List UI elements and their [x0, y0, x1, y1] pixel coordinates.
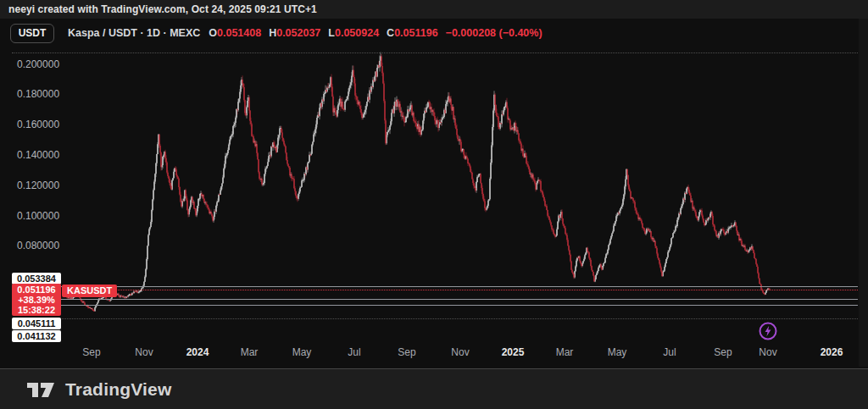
horizontal-price-line[interactable] — [12, 299, 858, 300]
price-tick-label: 0.160000 — [17, 118, 59, 131]
time-tick-label: 2025 — [502, 345, 525, 359]
horizontal-price-line[interactable] — [12, 286, 858, 287]
time-tick-label: 2026 — [821, 345, 843, 359]
current-price-label: 0.051196 +38.39% 15:38:22 — [12, 284, 61, 316]
horizontal-price-line[interactable] — [12, 318, 858, 319]
time-tick-label: Sep — [82, 345, 100, 359]
current-price-change-pct: +38.39% — [12, 295, 61, 305]
quote-currency-button[interactable]: USDT — [10, 24, 54, 43]
current-price-value: 0.051196 — [12, 285, 61, 295]
time-tick-label: Jul — [348, 345, 360, 359]
ohlc-readout: O0.051408H0.052037L0.050924C0.051196−0.0… — [209, 27, 542, 39]
time-tick-label: Nov — [451, 345, 469, 359]
symbol-title[interactable]: Kaspa / USDT · 1D · MEXC — [68, 27, 200, 39]
time-tick-label: Sep — [714, 345, 732, 359]
current-price-line[interactable] — [12, 290, 858, 290]
ohlc-item: L0.050924 — [328, 27, 379, 39]
time-tick-label: May — [608, 345, 627, 359]
price-tick-label: 0.100000 — [17, 209, 59, 223]
time-tick-label: May — [292, 345, 312, 359]
price-tick-label: 0.140000 — [17, 148, 59, 162]
symbol-row: USDT Kaspa / USDT · 1D · MEXC O0.051408H… — [10, 23, 542, 43]
price-tick-label: 0.080000 — [17, 239, 59, 252]
time-tick-label: 2024 — [186, 345, 209, 359]
ohlc-item: C0.051196 — [387, 27, 437, 39]
time-tick-label: Mar — [241, 345, 259, 359]
ticker-tag: KASUSDT — [62, 285, 117, 297]
horizontal-price-line[interactable] — [12, 305, 858, 306]
horizontal-price-line[interactable] — [12, 53, 858, 53]
time-tick-label: Jul — [663, 345, 676, 359]
tradingview-logo-icon — [25, 377, 58, 402]
ohlc-item: H0.052037 — [269, 27, 320, 39]
tradingview-brand-text: TradingView — [65, 379, 172, 400]
time-tick-label: Nov — [135, 345, 153, 359]
ohlc-item: O0.051408 — [209, 27, 261, 39]
change-readout: −0.000208 (−0.40%) — [446, 27, 542, 39]
price-tick-label: 0.120000 — [17, 179, 59, 192]
time-tick-label: Nov — [759, 345, 776, 359]
price-label-lower-1: 0.045111 — [12, 318, 61, 329]
lightning-bolt-icon — [758, 321, 778, 341]
time-tick-label: Mar — [556, 345, 574, 359]
candlestick-canvas[interactable] — [0, 0, 868, 409]
price-label-upper: 0.053384 — [12, 273, 61, 285]
footer-bar: TradingView — [0, 368, 868, 409]
lightning-marker-icon[interactable] — [758, 321, 778, 341]
bar-close-countdown: 15:38:22 — [12, 305, 61, 315]
price-label-lower-2: 0.041132 — [12, 330, 61, 342]
price-tick-label: 0.200000 — [17, 58, 59, 71]
price-tick-label: 0.180000 — [17, 87, 59, 101]
tradingview-logo[interactable] — [25, 377, 58, 402]
tradingview-snapshot: neeyi created with TradingView.com, Oct … — [0, 0, 868, 409]
time-tick-label: Sep — [398, 345, 415, 359]
